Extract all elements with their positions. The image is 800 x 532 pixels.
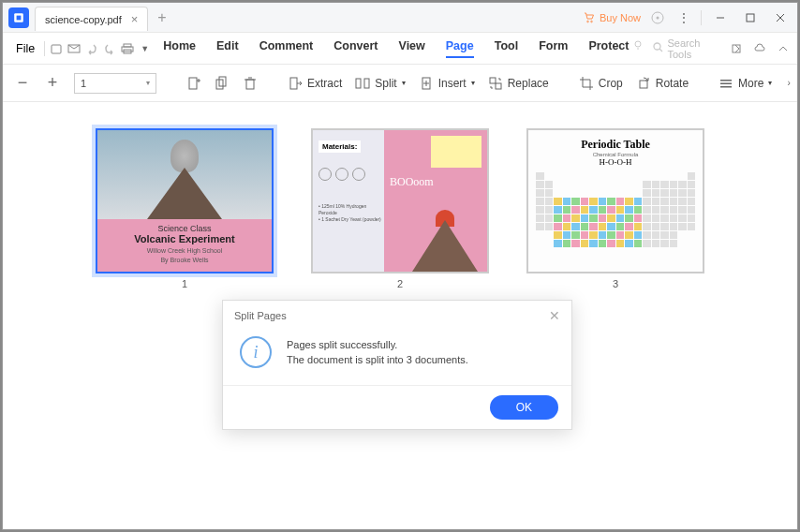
- open-icon[interactable]: [49, 41, 63, 56]
- search-tools[interactable]: Search Tools: [653, 37, 720, 60]
- insert-button[interactable]: Insert ▾: [419, 76, 475, 91]
- delete-page-icon[interactable]: [243, 76, 258, 91]
- tab-page[interactable]: Page: [446, 39, 474, 58]
- replace-button[interactable]: Replace: [488, 76, 549, 91]
- dialog-line1: Pages split successfully.: [287, 337, 468, 353]
- tab-form[interactable]: Form: [539, 39, 568, 58]
- dialog-footer: OK: [223, 386, 571, 429]
- ingredient-2: • 1 Sachet Dry Yeast (powder): [319, 216, 382, 223]
- app-window: science-copy.pdf × + Buy Now ⋮ File ▼ Ho…: [2, 2, 798, 530]
- rotate-button[interactable]: Rotate: [636, 76, 689, 91]
- thumb-wrap-1: Science Class Volcanic Experiment Willow…: [96, 128, 274, 289]
- svg-line-18: [659, 49, 662, 52]
- tab-convert[interactable]: Convert: [333, 39, 378, 58]
- zoom-in-button[interactable]: +: [44, 73, 61, 93]
- search-icon: [653, 42, 663, 54]
- cart-icon: [582, 10, 597, 25]
- page-number-value: 1: [81, 78, 86, 89]
- svg-rect-7: [747, 14, 754, 22]
- svg-point-5: [657, 16, 659, 19]
- chevron-down-icon: ▾: [471, 79, 475, 87]
- maximize-button[interactable]: [739, 7, 762, 29]
- titlebar: science-copy.pdf × + Buy Now ⋮: [3, 3, 797, 33]
- svg-rect-30: [364, 79, 369, 88]
- print-icon[interactable]: [120, 41, 134, 56]
- undo-icon[interactable]: [84, 41, 98, 56]
- svg-point-2: [587, 21, 589, 22]
- thumb-wrap-2: Materials: • 125ml 10% Hydrogen Peroxide…: [311, 128, 489, 289]
- ok-button[interactable]: OK: [490, 395, 558, 420]
- page-number-input[interactable]: 1 ▾: [74, 73, 156, 94]
- dialog-close-button[interactable]: ✕: [549, 308, 560, 323]
- share-icon[interactable]: [730, 41, 744, 56]
- tab-comment[interactable]: Comment: [259, 39, 314, 58]
- lightbulb-icon[interactable]: [632, 39, 644, 57]
- zoom-out-button[interactable]: −: [14, 73, 31, 93]
- chevron-down-icon[interactable]: ▼: [138, 41, 152, 56]
- file-menu[interactable]: File: [10, 38, 40, 59]
- content-area: Science Class Volcanic Experiment Willow…: [3, 102, 797, 529]
- new-tab-button[interactable]: +: [157, 9, 166, 26]
- svg-point-3: [591, 21, 593, 22]
- more-icon[interactable]: ⋮: [674, 8, 693, 27]
- chevron-right-icon[interactable]: ›: [787, 76, 790, 91]
- thumb-label-1: 1: [182, 278, 187, 289]
- svg-rect-34: [490, 78, 496, 83]
- duplicate-page-icon[interactable]: [215, 76, 230, 91]
- crop-icon: [579, 76, 594, 91]
- page-thumbnails: Science Class Volcanic Experiment Willow…: [18, 128, 782, 289]
- buy-now-link[interactable]: Buy Now: [582, 10, 641, 25]
- app-icon: [8, 7, 29, 28]
- tab-edit[interactable]: Edit: [216, 39, 239, 58]
- svg-rect-35: [496, 83, 501, 89]
- tab-home[interactable]: Home: [163, 39, 196, 58]
- boom-text: BOOoom: [390, 175, 434, 189]
- page-toolbar: − + 1 ▾ Extract Split ▾: [3, 65, 797, 102]
- more-button[interactable]: More ▾: [719, 76, 772, 91]
- thumb1-line4: By Brooke Wells: [102, 257, 267, 263]
- periodic-title: Periodic Table: [536, 138, 695, 152]
- minimize-button[interactable]: [709, 7, 732, 29]
- dialog-message: Pages split successfully. The document i…: [287, 337, 468, 368]
- document-tab[interactable]: science-copy.pdf ×: [35, 7, 148, 31]
- replace-label: Replace: [508, 77, 549, 90]
- close-button[interactable]: [769, 7, 792, 29]
- tab-view[interactable]: View: [399, 39, 425, 58]
- split-button[interactable]: Split ▾: [355, 76, 405, 91]
- divider: [701, 10, 702, 25]
- tab-close-icon[interactable]: ×: [131, 12, 139, 26]
- thumb-label-2: 2: [397, 278, 403, 289]
- menubar-right: Search Tools: [632, 37, 790, 60]
- redo-icon[interactable]: [102, 41, 116, 56]
- page-thumbnail-2[interactable]: Materials: • 125ml 10% Hydrogen Peroxide…: [311, 128, 489, 273]
- tab-protect[interactable]: Protect: [588, 39, 629, 58]
- tab-tool[interactable]: Tool: [495, 39, 518, 58]
- ingredient-1: • 125ml 10% Hydrogen Peroxide: [319, 203, 382, 216]
- crop-button[interactable]: Crop: [579, 76, 623, 91]
- svg-rect-39: [720, 86, 732, 88]
- dialog-header: Split Pages ✕: [223, 301, 571, 329]
- dialog-title: Split Pages: [234, 310, 287, 321]
- collapse-icon[interactable]: [776, 41, 790, 56]
- svg-rect-1: [17, 15, 22, 20]
- titlebar-right: Buy Now ⋮: [582, 7, 797, 29]
- svg-point-15: [635, 41, 641, 47]
- cloud-icon[interactable]: [753, 41, 767, 56]
- extract-button[interactable]: Extract: [288, 76, 342, 91]
- chevron-down-icon: ▾: [146, 79, 150, 87]
- divider: [44, 41, 45, 56]
- insert-page-icon[interactable]: [186, 76, 201, 91]
- svg-rect-28: [290, 78, 297, 89]
- extract-label: Extract: [307, 77, 342, 90]
- more-label: More: [738, 77, 763, 90]
- settings-icon[interactable]: [648, 8, 667, 27]
- mail-icon[interactable]: [67, 41, 81, 56]
- thumb1-line2: Volcanic Experiment: [102, 233, 267, 244]
- more-icon: [719, 76, 733, 91]
- rotate-icon: [636, 76, 651, 91]
- page-thumbnail-3[interactable]: Periodic Table Chemical Formula H-O-O-H: [526, 128, 704, 273]
- rotate-label: Rotate: [656, 77, 689, 90]
- chevron-down-icon: ▾: [402, 79, 406, 87]
- split-pages-dialog: Split Pages ✕ i Pages split successfully…: [222, 300, 572, 430]
- page-thumbnail-1[interactable]: Science Class Volcanic Experiment Willow…: [96, 128, 274, 273]
